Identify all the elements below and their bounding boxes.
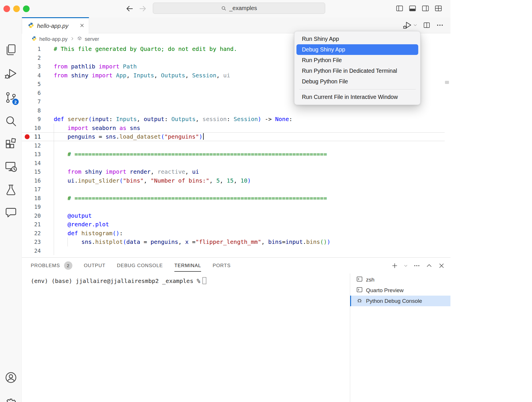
panel-tab-output[interactable]: OUTPUT	[84, 258, 105, 273]
code-line-23[interactable]: 23sns.histplot(data = penguins, x ="flip…	[22, 238, 445, 246]
panel-tab-debug-console[interactable]: DEBUG CONSOLE	[117, 258, 163, 273]
toggle-panel-icon[interactable]	[408, 4, 417, 14]
code-line-20[interactable]: 20@output	[22, 211, 445, 220]
code-line-12[interactable]: 12	[22, 141, 445, 150]
close-panel-icon[interactable]	[438, 262, 445, 270]
new-terminal-icon[interactable]	[391, 262, 398, 270]
sidebar-item-source-control[interactable]: 2	[4, 91, 18, 104]
line-number[interactable]: 19	[22, 202, 41, 211]
run-and-debug-icon	[4, 67, 18, 80]
code-line-16[interactable]: 16ui.input_slider("bins", "Number of bin…	[22, 176, 445, 185]
panel-tab-bar: PROBLEMS2OUTPUTDEBUG CONSOLETERMINALPORT…	[31, 258, 231, 273]
sidebar-item-testing[interactable]	[4, 183, 18, 196]
breadcrumb-file[interactable]: hello-app.py	[39, 36, 68, 42]
code-line-22[interactable]: 22def histogram():	[22, 229, 445, 238]
code-line-17[interactable]: 17	[22, 185, 445, 194]
run-or-debug-button[interactable]	[403, 20, 412, 31]
line-number[interactable]: 7	[22, 97, 41, 106]
sidebar-item-extensions[interactable]	[4, 137, 18, 150]
sidebar-item-comments[interactable]	[4, 206, 18, 219]
panel-more-actions-icon[interactable]	[413, 262, 420, 270]
activity-bar: 2 1	[0, 17, 22, 402]
menu-item-debug-python-file[interactable]: Debug Python File	[296, 76, 418, 87]
source-control-badge: 2	[12, 98, 19, 106]
panel-tab-ports[interactable]: PORTS	[213, 258, 231, 273]
line-number[interactable]: 16	[22, 176, 41, 185]
menu-item-run-python-file[interactable]: Run Python File	[296, 55, 418, 66]
more-actions-icon[interactable]	[436, 21, 444, 30]
traffic-lights	[3, 5, 30, 12]
terminal-list-item-zsh[interactable]: zsh	[350, 274, 450, 285]
breadcrumb-symbol[interactable]: server	[85, 36, 99, 42]
close-window-button[interactable]	[3, 5, 10, 12]
code-line-9[interactable]: 9def server(input: Inputs, output: Outpu…	[22, 115, 445, 124]
symbol-cube-icon	[77, 36, 82, 43]
menu-item-run-shiny-app[interactable]: Run Shiny App	[296, 34, 418, 44]
menu-item-debug-shiny-app[interactable]: Debug Shiny App	[296, 44, 418, 55]
sidebar-item-accounts[interactable]	[4, 371, 18, 384]
line-number[interactable]: 9	[22, 115, 41, 124]
panel-tab-problems[interactable]: PROBLEMS2	[31, 258, 72, 273]
terminal-list-item-quarto-preview[interactable]: Quarto Preview	[350, 285, 450, 296]
line-number[interactable]: 18	[22, 194, 41, 203]
run-options-chevron-icon[interactable]	[413, 23, 417, 28]
sidebar-item-remote-explorer[interactable]	[4, 160, 18, 173]
code-line-8[interactable]: 8	[22, 106, 445, 115]
line-number[interactable]: 24	[22, 246, 41, 255]
line-number[interactable]: 3	[22, 62, 41, 71]
close-tab-icon[interactable]	[79, 23, 85, 29]
line-number[interactable]: 23	[22, 238, 41, 246]
maximize-panel-icon[interactable]	[426, 262, 433, 270]
line-number[interactable]: 8	[22, 106, 41, 115]
line-number[interactable]: 5	[22, 80, 41, 89]
overview-ruler-marker	[445, 81, 449, 84]
sidebar-item-settings[interactable]: 1	[4, 397, 18, 402]
sidebar-item-explorer[interactable]	[4, 43, 18, 56]
menu-separator	[299, 89, 416, 89]
customize-layout-icon[interactable]	[434, 4, 442, 14]
chevron-right-icon	[70, 36, 74, 42]
terminal-session-label: zsh	[366, 277, 375, 283]
menu-item-run-current-file-in-interactive-window[interactable]: Run Current File in Interactive Window	[296, 92, 418, 102]
line-number[interactable]: 14	[22, 159, 41, 168]
line-number[interactable]: 13	[22, 150, 41, 159]
line-number[interactable]: 1	[22, 45, 41, 53]
code-line-24[interactable]: 24	[22, 246, 445, 255]
line-number[interactable]: 6	[22, 89, 41, 97]
code-line-14[interactable]: 14	[22, 159, 445, 168]
zoom-window-button[interactable]	[23, 5, 30, 12]
tab-hello-app-py[interactable]: hello-app.py	[22, 17, 89, 34]
code-line-18[interactable]: 18# ====================================…	[22, 194, 445, 203]
line-number[interactable]: 2	[22, 53, 41, 62]
line-number[interactable]: 17	[22, 185, 41, 194]
line-number[interactable]: 21	[22, 220, 41, 229]
line-number[interactable]: 20	[22, 211, 41, 220]
navigate-back-button[interactable]	[125, 4, 134, 14]
line-number[interactable]: 10	[22, 124, 41, 133]
toggle-primary-sidebar-icon[interactable]	[396, 4, 404, 14]
code-line-19[interactable]: 19	[22, 202, 445, 211]
panel-tab-terminal[interactable]: TERMINAL	[174, 258, 201, 273]
code-line-15[interactable]: 15from shiny import render, reactive, ui	[22, 167, 445, 176]
sidebar-item-search[interactable]	[4, 114, 18, 128]
sidebar-item-run-and-debug[interactable]	[4, 67, 18, 80]
breakpoint-dot[interactable]	[25, 134, 30, 139]
code-line-21[interactable]: 21@render.plot	[22, 220, 445, 229]
code-line-11[interactable]: 11penguins = sns.load_dataset("penguins"…	[22, 132, 445, 141]
terminal-sessions-list: zshQuarto PreviewPython Debug Console	[350, 273, 450, 402]
terminal-profile-chevron-icon[interactable]	[404, 264, 408, 269]
split-editor-icon[interactable]	[423, 21, 431, 30]
line-number[interactable]: 15	[22, 167, 41, 176]
code-line-10[interactable]: 10import seaborn as sns	[22, 124, 445, 133]
navigate-forward-button[interactable]	[138, 4, 148, 14]
toggle-secondary-sidebar-icon[interactable]	[421, 4, 429, 14]
minimize-window-button[interactable]	[13, 5, 20, 12]
code-line-13[interactable]: 13# ====================================…	[22, 150, 445, 159]
terminal-list-item-python-debug-console[interactable]: Python Debug Console	[350, 296, 450, 306]
line-number[interactable]: 12	[22, 141, 41, 150]
command-center-search[interactable]: _examples	[153, 3, 325, 14]
line-number[interactable]: 4	[22, 71, 41, 80]
line-number[interactable]: 22	[22, 229, 41, 238]
menu-item-run-python-file-in-dedicated-terminal[interactable]: Run Python File in Dedicated Terminal	[296, 66, 418, 76]
terminal-output[interactable]: (env) (base) jjallaire@jjallairesmbp2 _e…	[31, 277, 347, 284]
